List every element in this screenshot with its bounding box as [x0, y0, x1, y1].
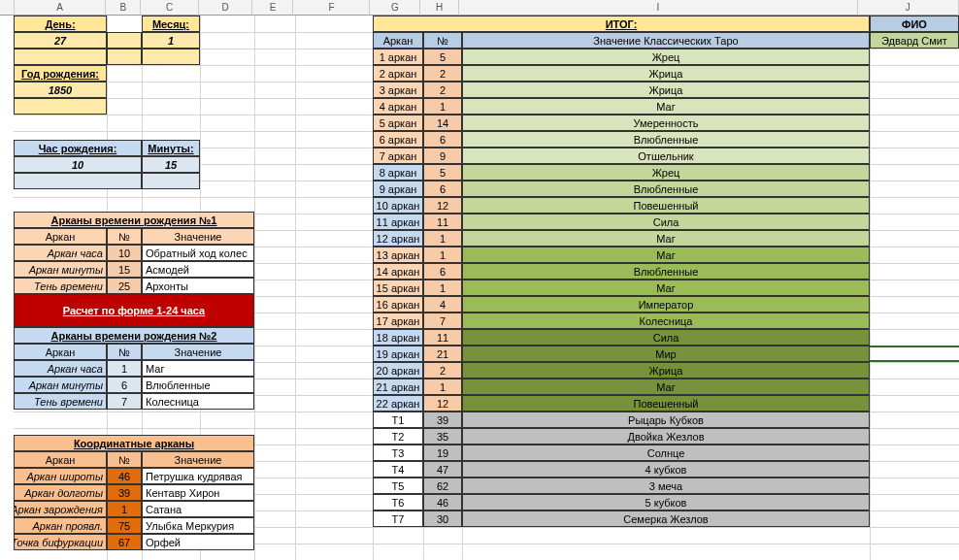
- arc2-row: Тень времени 7 Колесница: [14, 393, 254, 410]
- arc1-row: Тень времени 25 Архонты: [14, 278, 254, 294]
- itog-row: 14 аркан 6 Влюбленные: [373, 263, 870, 280]
- arc1-row: Аркан минуты 15 Асмодей: [14, 261, 254, 278]
- itog-row: 16 аркан 4 Император: [373, 296, 870, 313]
- itog-row: 10 аркан 12 Повешенный: [373, 197, 870, 214]
- itog-row: 21 аркан 1 Маг: [373, 379, 870, 395]
- itog-row: 15 аркан 1 Маг: [373, 280, 870, 296]
- min-value[interactable]: 15: [142, 156, 200, 173]
- arc2-row: Аркан минуты 6 Влюбленные: [14, 377, 254, 393]
- itog-row: T2 35 Двойка Жезлов: [373, 428, 870, 445]
- column-headers: ABCDEFGHIJ: [0, 0, 959, 16]
- coord-title: Координатные арканы: [14, 435, 254, 451]
- coord-row: Аркан широты 46 Петрушка кудрявая: [14, 468, 254, 484]
- arc1-block: Арканы времени рождения №1 Аркан № Значе…: [14, 212, 254, 327]
- year-header: Год рождения:: [14, 65, 107, 82]
- itog-row: 20 аркан 2 Жрица: [373, 362, 870, 379]
- year-value[interactable]: 1850: [14, 82, 107, 98]
- itog-row: 8 аркан 5 Жрец: [373, 164, 870, 181]
- itog-row: 7 аркан 9 Отшельник: [373, 148, 870, 164]
- coord-row: Аркан зарождения 1 Сатана: [14, 501, 254, 517]
- coord-row: Точка бифуркации 67 Орфей: [14, 534, 254, 550]
- itog-row: 13 аркан 1 Маг: [373, 247, 870, 263]
- calc-button[interactable]: Расчет по форме 1-24 часа: [14, 294, 254, 327]
- coord-block: Координатные арканы Аркан № Значение Арк…: [14, 435, 254, 550]
- itog-row: 18 аркан 11 Сила: [373, 329, 870, 346]
- itog-row: T4 47 4 кубков: [373, 461, 870, 478]
- coord-row: Аркан проявл. 75 Улыбка Меркурия: [14, 517, 254, 534]
- itog-row: 11 аркан 11 Сила: [373, 214, 870, 230]
- itog-row: T1 39 Рыцарь Кубков: [373, 412, 870, 428]
- fio-header: ФИО: [870, 16, 959, 32]
- fio-value[interactable]: Эдвард Смит: [870, 32, 959, 49]
- spreadsheet: ABCDEFGHIJ День: Месяц: 27 1 Год рожд: [0, 0, 959, 560]
- itog-row: 9 аркан 6 Влюбленные: [373, 181, 870, 197]
- arc2-title: Арканы времени рождения №2: [14, 327, 254, 344]
- itog-row: T5 62 3 меча: [373, 478, 870, 494]
- itog-block: ИТОГ: Аркан № Значение Классических Таро…: [373, 16, 870, 527]
- itog-row: T6 46 5 кубков: [373, 494, 870, 511]
- hour-header: Час рождения:: [14, 140, 142, 156]
- hour-value[interactable]: 10: [14, 156, 142, 173]
- itog-row: T3 19 Солнце: [373, 445, 870, 461]
- itog-row: 5 аркан 14 Умеренность: [373, 115, 870, 131]
- itog-row: 19 аркан 21 Мир: [373, 346, 870, 362]
- itog-row: 12 аркан 1 Маг: [373, 230, 870, 247]
- coord-row: Аркан долготы 39 Кентавр Хирон: [14, 484, 254, 501]
- itog-row: 4 аркан 1 Маг: [373, 98, 870, 115]
- itog-row: 17 аркан 7 Колесница: [373, 313, 870, 329]
- arc1-row: Аркан часа 10 Обратный ход колес: [14, 245, 254, 261]
- itog-row: 3 аркан 2 Жрица: [373, 82, 870, 98]
- arc2-row: Аркан часа 1 Маг: [14, 360, 254, 377]
- itog-row: 22 аркан 12 Повешенный: [373, 395, 870, 412]
- itog-row: T7 30 Семерка Жезлов: [373, 511, 870, 527]
- arc1-title: Арканы времени рождения №1: [14, 212, 254, 228]
- month-header: Месяц:: [142, 16, 200, 32]
- itog-row: 6 аркан 6 Влюбленные: [373, 131, 870, 148]
- fio-block: ФИО Эдвард Смит: [870, 16, 959, 362]
- arc2-block: Арканы времени рождения №2 Аркан № Значе…: [14, 327, 254, 410]
- min-header: Минуты:: [142, 140, 200, 156]
- day-value[interactable]: 27: [14, 32, 107, 49]
- month-value[interactable]: 1: [142, 32, 200, 49]
- day-header: День:: [14, 16, 107, 32]
- itog-title: ИТОГ:: [373, 16, 870, 32]
- itog-row: 1 аркан 5 Жрец: [373, 49, 870, 65]
- itog-row: 2 аркан 2 Жрица: [373, 65, 870, 82]
